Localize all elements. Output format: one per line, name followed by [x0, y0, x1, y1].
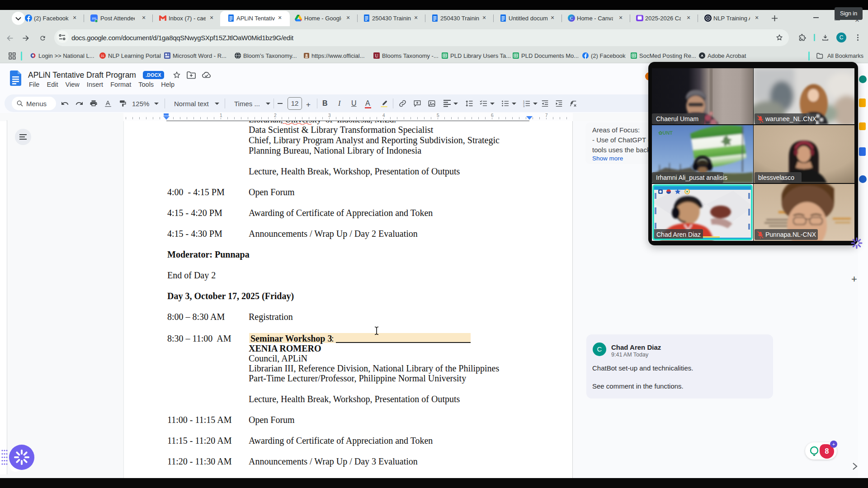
svg-text:blessvelasco: blessvelasco: [758, 174, 794, 181]
svg-text:31: 31: [101, 54, 104, 57]
svg-text:zm: zm: [92, 17, 96, 20]
svg-text:Chaerul Umam: Chaerul Umam: [656, 115, 698, 122]
svg-text:U: U: [375, 53, 378, 58]
svg-text:Punnapa.NL-CNX: Punnapa.NL-CNX: [765, 231, 816, 238]
svg-text:Chad Aren Diaz: Chad Aren Diaz: [656, 231, 701, 238]
svg-text:✿UNT: ✿UNT: [658, 130, 673, 136]
svg-text:Irhamni Ali_pusat analisis: Irhamni Ali_pusat analisis: [656, 174, 727, 181]
svg-text:3: 3: [523, 105, 525, 108]
svg-text:C: C: [570, 16, 573, 21]
svg-text:warunee_NL.CNX: warunee_NL.CNX: [765, 115, 816, 122]
